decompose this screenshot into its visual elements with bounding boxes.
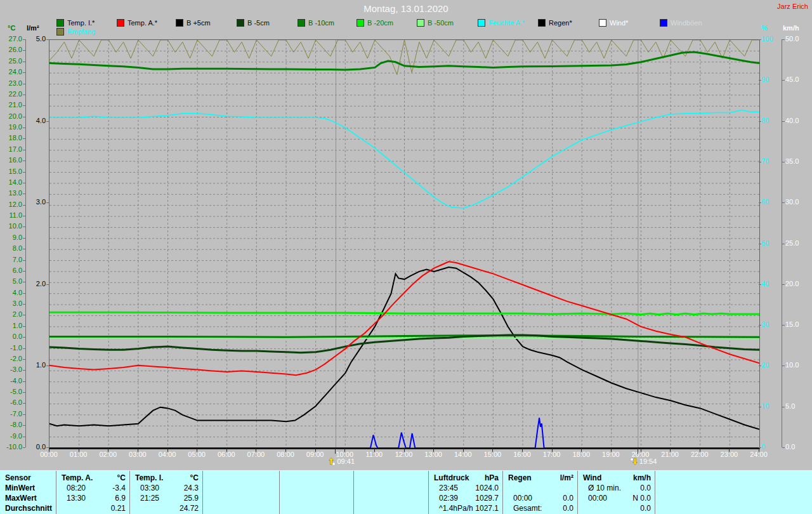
stats-column-header: Regenl/m² bbox=[503, 473, 577, 483]
temp-c-tick-label: 27.0 bbox=[1, 35, 22, 43]
stats-column-temp-i: Temp. I.°C03:3024.321:2525.924.72 bbox=[130, 471, 203, 514]
temp-c-tick-label: -4.0 bbox=[1, 377, 22, 385]
temp-c-tick-label: 15.0 bbox=[1, 168, 22, 176]
wind-tick-label: 25.0 bbox=[785, 239, 799, 247]
legend-item-label: Feuchte A.* bbox=[488, 19, 525, 27]
axis-tick bbox=[374, 449, 375, 452]
stats-value: N 0.0 bbox=[632, 493, 651, 503]
axis-tick bbox=[335, 449, 336, 454]
axis-tick bbox=[782, 121, 785, 122]
legend-color-swatch bbox=[56, 28, 64, 36]
axis-tick bbox=[23, 425, 25, 426]
stats-sensor-unit: km/h bbox=[633, 473, 651, 483]
humidity-tick-label: 30 bbox=[761, 320, 769, 329]
stats-column-header: LuftdruckhPa bbox=[429, 473, 502, 483]
axis-tick bbox=[759, 162, 761, 162]
legend-item-b-20cm: B -20cm bbox=[357, 19, 393, 27]
axis-title-rain: l/m² bbox=[27, 24, 39, 32]
stats-column-row-labels: SensorMinWertMaxWertDurchschnitt bbox=[0, 471, 56, 514]
sunrise-time: 09:41 bbox=[337, 458, 355, 465]
stats-sensor-name: Wind bbox=[583, 473, 601, 483]
user-name-label: Jarz Erich bbox=[777, 3, 808, 10]
legend-item-label: B +5cm bbox=[187, 19, 211, 27]
axis-tick bbox=[23, 370, 25, 371]
stats-value-time: Ø 10 min. bbox=[583, 483, 621, 493]
axis-tick bbox=[641, 449, 641, 452]
axis-tick bbox=[226, 449, 227, 452]
axis-tick bbox=[700, 449, 700, 452]
axis-tick bbox=[782, 407, 785, 407]
sunrise-icon bbox=[327, 458, 336, 465]
stats-sensor-name: Temp. A. bbox=[62, 473, 93, 483]
stats-value-row: ^1.4hPa/h1027.1 bbox=[429, 503, 502, 513]
stats-value-time: 13:30 bbox=[62, 493, 86, 503]
legend-item-b-50cm: B -50cm bbox=[417, 19, 454, 27]
axis-tick bbox=[759, 202, 761, 203]
series-b_m20 bbox=[49, 312, 759, 315]
legend-item-label: Regen* bbox=[549, 19, 572, 27]
axis-title-celsius: °C bbox=[8, 24, 15, 32]
stats-value-row bbox=[655, 493, 812, 503]
series-b_m10 bbox=[49, 336, 759, 338]
axis-tick bbox=[23, 359, 25, 360]
temp-c-tick-label: 7.0 bbox=[1, 256, 22, 264]
legend-color-swatch bbox=[56, 19, 64, 27]
axis-tick bbox=[23, 282, 25, 282]
stats-value-row: 02:391029.7 bbox=[429, 493, 502, 503]
stats-value-time bbox=[359, 493, 364, 503]
stats-sensor-name: Luftdruck bbox=[434, 473, 469, 483]
legend-color-swatch bbox=[599, 19, 606, 27]
legend-item-label: B -50cm bbox=[428, 19, 454, 27]
axis-tick bbox=[23, 238, 25, 239]
stats-column-header bbox=[280, 473, 353, 483]
stats-value: 1027.1 bbox=[475, 503, 499, 513]
stats-value-time: Gesamt: bbox=[508, 503, 542, 513]
stats-value-time: 00:00 bbox=[583, 493, 607, 503]
stats-value-row bbox=[280, 493, 353, 503]
axis-tick bbox=[23, 62, 25, 62]
axis-tick bbox=[522, 449, 523, 452]
axis-tick bbox=[611, 449, 612, 452]
temp-c-tick-label: 22.0 bbox=[1, 90, 22, 98]
stats-column-empty bbox=[203, 471, 280, 514]
legend-color-swatch bbox=[117, 19, 124, 27]
legend-color-swatch bbox=[357, 19, 364, 27]
stats-value-row bbox=[354, 483, 428, 493]
axis-tick bbox=[782, 202, 785, 203]
humidity-tick-label: 50 bbox=[761, 239, 769, 247]
axis-tick bbox=[46, 447, 49, 448]
stats-value-row bbox=[280, 483, 353, 493]
stats-value: 0.21 bbox=[111, 503, 126, 513]
axis-tick bbox=[167, 449, 168, 452]
legend-color-swatch bbox=[417, 19, 424, 27]
temp-c-tick-label: 12.0 bbox=[1, 201, 22, 209]
stats-value-time bbox=[359, 503, 364, 513]
series-b_m50 bbox=[49, 338, 759, 338]
stats-value: 0.0 bbox=[640, 503, 651, 513]
stats-value: 0.0 bbox=[563, 503, 573, 513]
stats-value: 1024.0 bbox=[475, 483, 499, 493]
stats-value-row: 08:20-3.4 bbox=[56, 483, 129, 493]
stats-value: -3.4 bbox=[112, 483, 126, 493]
stats-table: SensorMinWertMaxWertDurchschnittTemp. A.… bbox=[0, 470, 812, 514]
axis-tick bbox=[23, 138, 25, 139]
stats-sensor-name: Temp. I. bbox=[135, 473, 163, 483]
temp-c-tick-label: 4.0 bbox=[1, 289, 22, 297]
axis-tick bbox=[492, 449, 493, 452]
stats-row-label: MinWert bbox=[0, 483, 56, 493]
axis-tick bbox=[46, 284, 49, 285]
legend-item-label: B -20cm bbox=[367, 19, 393, 27]
axis-tick bbox=[344, 449, 345, 452]
rain-tick-label: 4.0 bbox=[28, 117, 46, 125]
axis-tick bbox=[782, 325, 785, 326]
stats-value-row bbox=[203, 483, 279, 493]
stats-value-row bbox=[354, 503, 428, 513]
axis-title-humidity: % bbox=[761, 24, 768, 32]
stats-row-label: Durchschnitt bbox=[0, 503, 56, 513]
axis-tick bbox=[23, 381, 25, 382]
stats-header-sensor: Sensor bbox=[0, 473, 56, 483]
stats-value-row bbox=[203, 493, 279, 503]
stats-value-row: 00:00N 0.0 bbox=[578, 493, 655, 503]
temp-c-tick-label: 23.0 bbox=[1, 79, 22, 88]
rain-tick-label: 2.0 bbox=[28, 280, 46, 288]
